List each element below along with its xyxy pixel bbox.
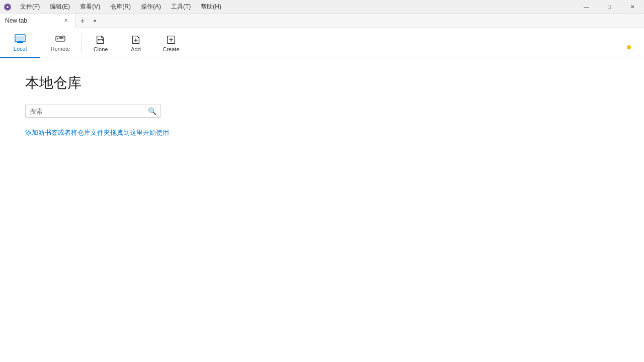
menu-repo[interactable]: 仓库(R) — [105, 0, 136, 14]
menu-action[interactable]: 操作(A) — [136, 0, 166, 14]
svg-rect-6 — [16, 36, 24, 41]
tab-label: New tab — [5, 17, 27, 24]
notification-dot — [627, 45, 631, 49]
action-create[interactable]: Create — [153, 28, 189, 58]
menu-edit[interactable]: 编辑(E) — [45, 0, 75, 14]
minimize-button[interactable]: — — [575, 0, 598, 14]
nav-local[interactable]: Local — [0, 28, 40, 58]
svg-point-8 — [57, 38, 58, 39]
menu-file[interactable]: 文件(F) — [15, 0, 45, 14]
nav-remote-label: Remote — [51, 46, 70, 52]
search-box[interactable]: 🔍 — [25, 105, 161, 118]
maximize-button[interactable]: □ — [598, 0, 621, 14]
menu-view[interactable]: 查看(V) — [75, 0, 105, 14]
action-add[interactable]: Add — [118, 28, 153, 58]
toolbar: Local Remote Clone — [0, 28, 644, 58]
nav-remote[interactable]: Remote — [40, 28, 80, 58]
window-controls: — □ ✕ — [575, 0, 644, 14]
menu-help[interactable]: 帮助(H) — [196, 0, 226, 14]
create-icon — [166, 34, 177, 45]
remote-icon — [54, 33, 66, 45]
action-clone[interactable]: Clone — [83, 28, 118, 58]
page-title: 本地仓库 — [25, 73, 619, 93]
tab-new-tab[interactable]: New tab ✕ — [0, 14, 75, 28]
title-bar: 文件(F) 编辑(E) 查看(V) 仓库(R) 操作(A) 工具(T) 帮助(H… — [0, 0, 644, 14]
toolbar-separator-1 — [82, 33, 82, 53]
local-icon — [14, 33, 26, 45]
menu-bar: 文件(F) 编辑(E) 查看(V) 仓库(R) 操作(A) 工具(T) 帮助(H… — [15, 0, 226, 14]
action-add-label: Add — [131, 46, 141, 52]
app-logo — [0, 0, 15, 14]
svg-rect-4 — [17, 42, 23, 43]
clone-icon — [95, 34, 106, 45]
tab-bar: New tab ✕ + ▾ — [0, 14, 644, 28]
add-icon — [130, 34, 141, 45]
search-icon: 🔍 — [148, 107, 156, 115]
new-tab-button[interactable]: + — [75, 14, 90, 28]
menu-tools[interactable]: 工具(T) — [166, 0, 196, 14]
svg-point-2 — [7, 6, 9, 8]
nav-local-label: Local — [14, 46, 27, 52]
action-clone-label: Clone — [94, 46, 108, 52]
tab-dropdown-button[interactable]: ▾ — [90, 14, 100, 28]
main-content: 本地仓库 🔍 添加新书签或者将仓库文件夹拖拽到这里开始使用 — [0, 58, 644, 152]
close-button[interactable]: ✕ — [621, 0, 644, 14]
tab-close-button[interactable]: ✕ — [62, 17, 70, 25]
search-input[interactable] — [30, 108, 148, 115]
toolbar-nav: Local Remote — [0, 28, 80, 58]
empty-hint-link[interactable]: 添加新书签或者将仓库文件夹拖拽到这里开始使用 — [25, 129, 169, 136]
action-create-label: Create — [163, 46, 179, 52]
